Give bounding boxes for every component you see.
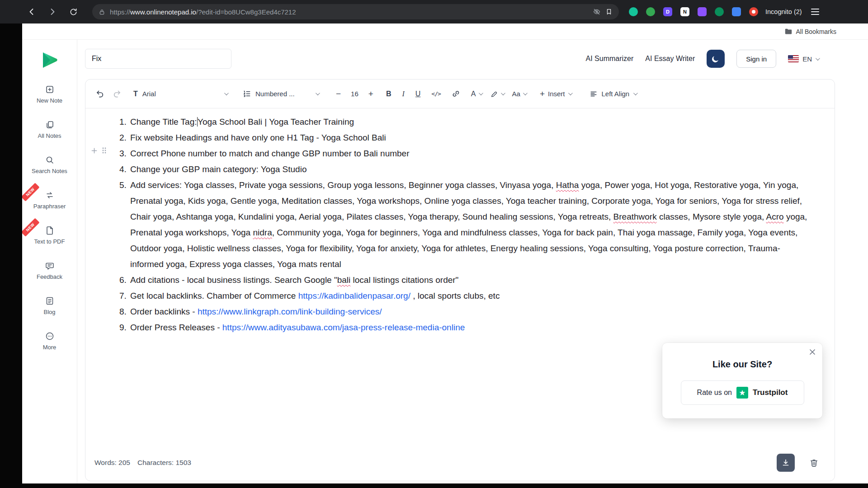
document-link[interactable]: https://www.linkgraph.com/link-building-… [198,307,382,316]
characters-count: Characters: 1503 [137,459,191,467]
eye-off-icon[interactable] [593,8,601,16]
new-badge: NEW [21,218,40,236]
sidebar-item-label: More [43,344,57,351]
decrease-font-button[interactable]: − [336,89,341,98]
browser-extension-icon[interactable]: D [663,7,672,16]
sidebar-item-more[interactable]: More [22,326,77,356]
sidebar-item-label: Blog [43,309,55,315]
editor-card: T Arial Numbered ... − 16 + [85,79,835,481]
browser-extension-icon[interactable] [715,7,724,16]
drag-handle-icon[interactable] [102,147,107,154]
popup-title: Like our Site? [662,359,822,370]
increase-font-button[interactable]: + [368,89,373,98]
list-style-dropdown[interactable]: Numbered ... [243,89,319,98]
font-size-value: 16 [351,90,359,98]
search-icon [45,155,54,164]
highlight-dropdown[interactable] [490,90,504,98]
bookmark-icon[interactable] [605,8,613,15]
chevron-down-icon [568,91,572,95]
browser-extension-icon[interactable] [732,7,741,16]
desktop-edge [0,23,22,488]
trustpilot-rate-button[interactable]: Rate us on ★ Trustpilot [681,380,804,405]
dark-mode-button[interactable] [707,50,725,68]
align-dropdown[interactable]: Left Align [590,90,637,98]
document-text: classes, Mysore style yoga, [657,212,766,221]
document-link[interactable]: https://kadinbalidenpasar.org/ [298,291,410,300]
all-bookmarks-button[interactable]: All Bookmarks [784,28,836,36]
code-button[interactable]: </> [431,90,440,97]
browser-extension-icon[interactable] [698,7,707,16]
format-group: B I U </> [386,89,460,98]
chevron-down-icon [316,91,320,95]
browser-extension-icon[interactable] [629,7,638,16]
lock-icon [99,9,105,15]
delete-button[interactable] [805,454,823,472]
browser-extension-icon[interactable] [646,7,655,16]
rate-us-popup: Like our Site? Rate us on ★ Trustpilot [662,343,822,418]
editor-toolbar: T Arial Numbered ... − 16 + [85,80,835,108]
insert-dropdown[interactable]: + Insert [540,89,571,98]
sidebar-item-label: All Notes [38,132,61,139]
app-logo[interactable] [39,50,60,70]
list-item: Get local backlinks. Chamber of Commerce… [129,288,807,304]
sidebar-item-text-to-pdf[interactable]: NEW Text to PDF [22,221,77,250]
ai-summarizer-link[interactable]: AI Summarizer [586,55,634,63]
sidebar-item-search-notes[interactable]: Search Notes [22,150,77,180]
document-link[interactable]: https://www.adityasubawa.com/jasa-press-… [222,323,465,332]
download-icon [781,458,790,467]
document-text: Get local backlinks. Chamber of Commerce [130,291,298,300]
browser-extension-icon[interactable]: N [680,7,689,16]
editor-list: Change Title Tag:Yoga School Bali | Yoga… [85,114,807,335]
download-button[interactable] [777,454,795,472]
sidebar-item-feedback[interactable]: Feedback [22,256,77,286]
screen: https://www.onlinenotepad.io/?edit-id=bo… [0,0,868,488]
footer-buttons [777,454,823,472]
profile-avatar-icon[interactable] [749,7,758,16]
numbered-list-icon [243,89,251,98]
font-family-dropdown[interactable]: T Arial [133,90,227,98]
link-button[interactable] [452,89,460,98]
sidebar-item-new-note[interactable]: New Note [22,80,77,109]
folder-icon [784,28,793,36]
list-item: Order backlinks - https://www.linkgraph.… [129,304,807,319]
list-item: Correct Phone number to match and change… [129,145,807,161]
document-text: Add services: Yoga classes, Private yoga… [130,180,556,190]
italic-button[interactable]: I [402,90,404,98]
redo-button[interactable] [113,89,122,99]
back-icon[interactable] [26,6,37,17]
sidebar-item-all-notes[interactable]: All Notes [22,115,77,145]
underline-button[interactable]: U [415,90,421,98]
text-case-dropdown[interactable]: Aa [512,90,526,98]
url-bar[interactable]: https://www.onlinenotepad.io/?edit-id=bo… [92,4,619,19]
document-text: Order Press Releases - [130,323,222,332]
close-icon[interactable] [809,348,816,356]
list-item: Fix website Headings and have only one H… [129,130,807,145]
ai-essay-writer-link[interactable]: AI Essay Writer [645,55,695,63]
add-block-icon[interactable] [91,147,98,154]
chevron-down-icon [224,91,229,95]
sidebar-item-paraphraser[interactable]: NEW Paraphraser [22,185,77,215]
font-size-control: − 16 + [336,89,373,98]
sign-in-button[interactable]: Sign in [736,50,776,68]
trustpilot-brand: Trustpilot [753,388,788,397]
desktop-edge [0,483,868,488]
list-item: Order Press Releases - https://www.adity… [129,319,807,335]
reload-icon[interactable] [68,6,79,17]
pdf-icon [45,226,54,235]
list-item: Add citations - local business listings.… [129,272,807,288]
forward-icon[interactable] [47,6,58,17]
blog-icon [45,296,54,305]
line-gutter-controls [91,147,107,154]
language-selector[interactable]: EN [788,55,819,63]
words-count: Words: 205 [94,459,130,467]
all-bookmarks-label: All Bookmarks [796,28,836,35]
misspelled-word: bali [337,275,351,285]
sidebar-item-blog[interactable]: Blog [22,291,77,321]
moon-icon [711,54,720,63]
browser-menu-icon[interactable] [811,9,819,15]
font-name: Arial [142,90,156,98]
undo-button[interactable] [95,89,104,99]
bold-button[interactable]: B [386,90,392,98]
text-color-dropdown[interactable]: A [471,90,482,98]
note-title-input[interactable] [85,49,231,69]
